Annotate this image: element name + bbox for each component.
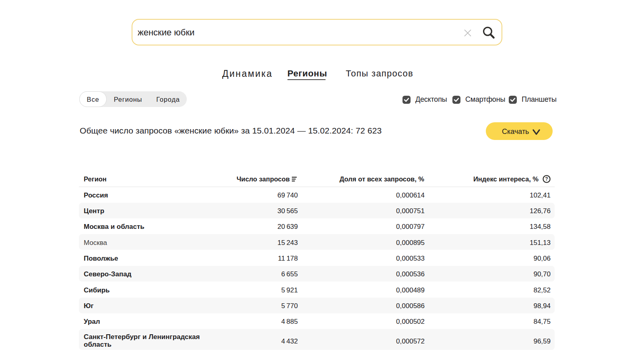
svg-text:?: ?	[545, 176, 548, 182]
